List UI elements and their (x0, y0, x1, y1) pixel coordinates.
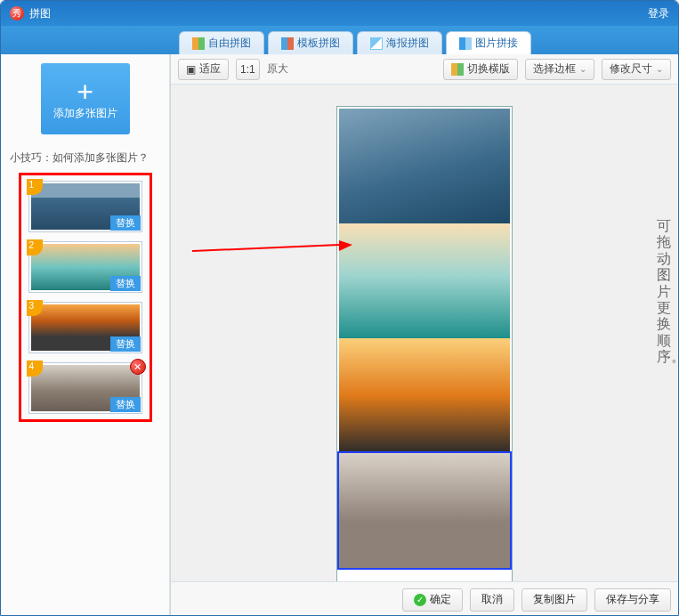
add-images-label: 添加多张图片 (53, 106, 117, 121)
canvas-panel[interactable] (339, 338, 510, 453)
chevron-down-icon: ⌄ (656, 64, 663, 74)
title-bar: 秀 拼图 登录 (1, 1, 678, 26)
tab-image-stitch[interactable]: 图片拼接 (446, 31, 531, 54)
stitched-canvas[interactable] (336, 106, 513, 616)
sidebar: + 添加多张图片 小技巧：如何添加多张图片？ 1 替换 2 替换 3 (1, 54, 170, 616)
plus-icon: + (77, 77, 93, 106)
zoom-fit-button[interactable]: ▣ 适应 (178, 59, 229, 80)
tab-label: 模板拼图 (297, 36, 340, 51)
svg-line-0 (192, 245, 339, 251)
ok-button[interactable]: ✓ 确定 (402, 588, 463, 612)
thumbnail-item[interactable]: 1 替换 (28, 181, 142, 232)
stitch-icon (459, 37, 472, 50)
replace-button[interactable]: 替换 (110, 276, 141, 291)
resize-button[interactable]: 修改尺寸 ⌄ (602, 59, 671, 80)
thumbnail-item[interactable]: 3 替换 (28, 302, 142, 353)
thumbnail-number: 4 (27, 361, 43, 377)
replace-button[interactable]: 替换 (110, 397, 141, 412)
copy-image-button[interactable]: 复制图片 (521, 588, 587, 612)
tip-text[interactable]: 小技巧：如何添加多张图片？ (10, 150, 149, 166)
thumbnail-list: 1 替换 2 替换 3 替换 4 ✕ 替换 (19, 173, 152, 422)
thumbnail-item[interactable]: 4 ✕ 替换 (28, 362, 142, 414)
add-images-button[interactable]: + 添加多张图片 (41, 63, 130, 134)
mode-tabs: 自由拼图 模板拼图 海报拼图 图片拼接 (1, 26, 678, 54)
footer-bar: ✓ 确定 取消 复制图片 保存与分享 (171, 581, 678, 616)
replace-button[interactable]: 替换 (110, 215, 141, 231)
cancel-button[interactable]: 取消 (470, 588, 514, 612)
window-title: 拼图 (29, 6, 51, 21)
thumbnail-number: 2 (27, 239, 43, 255)
replace-button[interactable]: 替换 (110, 336, 141, 352)
svg-marker-1 (339, 240, 352, 251)
app-logo-icon: 秀 (10, 6, 24, 20)
switch-layout-button[interactable]: 切换横版 (443, 59, 518, 80)
canvas-panel-selected[interactable] (339, 453, 510, 568)
body: + 添加多张图片 小技巧：如何添加多张图片？ 1 替换 2 替换 3 (1, 54, 678, 616)
template-icon (281, 37, 294, 50)
fit-icon: ▣ (186, 63, 196, 76)
zoom-1to1-button[interactable]: 1:1 (236, 59, 260, 80)
layout-icon (451, 63, 464, 76)
canvas-area: 可拖动图片更换顺序。 (171, 85, 678, 616)
select-border-button[interactable]: 选择边框 ⌄ (525, 59, 594, 80)
tab-template-collage[interactable]: 模板拼图 (268, 31, 353, 54)
tab-poster-collage[interactable]: 海报拼图 (357, 31, 442, 54)
save-share-button[interactable]: 保存与分享 (594, 588, 671, 612)
collage-icon (192, 37, 205, 50)
tab-free-collage[interactable]: 自由拼图 (179, 31, 264, 54)
canvas-panel[interactable] (339, 109, 510, 223)
chevron-down-icon: ⌄ (579, 64, 586, 74)
thumbnail-number: 1 (27, 179, 43, 195)
tab-label: 海报拼图 (386, 36, 429, 51)
app-window: 秀 拼图 登录 自由拼图 模板拼图 海报拼图 图片拼接 + 添加多张图片 (0, 0, 679, 616)
poster-icon (370, 37, 383, 50)
annotation-arrow-icon (192, 240, 352, 258)
tab-label: 自由拼图 (208, 36, 251, 51)
zoom-original-label: 原大 (267, 61, 288, 77)
login-link[interactable]: 登录 (648, 6, 669, 21)
thumbnail-item[interactable]: 2 替换 (28, 241, 142, 293)
thumbnail-number: 3 (27, 300, 43, 316)
canvas-toolbar: ▣ 适应 1:1 原大 切换横版 选择边框 ⌄ 修改尺寸 ⌄ (171, 54, 678, 85)
tab-label: 图片拼接 (475, 36, 518, 51)
remove-thumbnail-button[interactable]: ✕ (130, 359, 146, 375)
check-icon: ✓ (414, 594, 426, 606)
main-area: ▣ 适应 1:1 原大 切换横版 选择边框 ⌄ 修改尺寸 ⌄ (170, 54, 678, 616)
drag-hint-text: 可拖动图片更换顺序。 (657, 218, 673, 366)
canvas-panel[interactable] (339, 223, 510, 338)
